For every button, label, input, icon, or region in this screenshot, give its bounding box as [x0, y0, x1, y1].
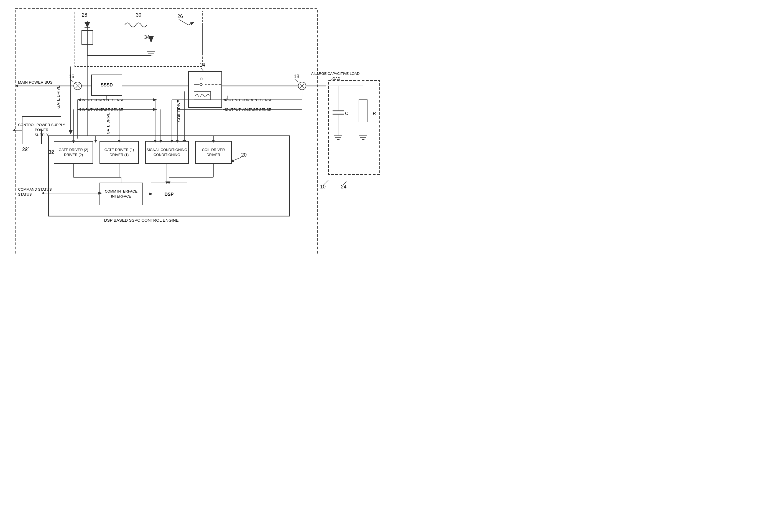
main-power-bus-label: MAIN POWER BUS	[18, 80, 52, 84]
sssd-label: SSSD	[101, 82, 113, 87]
svg-text:LOAD: LOAD	[330, 76, 340, 81]
gate-drive-label-bottom: GATE DRIVE	[106, 112, 110, 134]
svg-text:STATUS: STATUS	[18, 192, 32, 197]
coil-driver-label: COIL DRIVER	[202, 148, 225, 152]
ref-26: 26	[177, 14, 183, 19]
svg-rect-74	[195, 141, 231, 164]
gate-drive-label-top: GATE DRIVE	[56, 85, 60, 108]
comm-interface-label: COMM INTERFACE	[105, 189, 138, 193]
svg-text:DRIVER (2): DRIVER (2)	[64, 153, 83, 157]
svg-rect-72	[146, 141, 188, 164]
res-label: R	[373, 111, 376, 116]
ref-28: 28	[82, 12, 87, 18]
ref-30: 30	[136, 12, 141, 18]
ref-14: 14	[200, 62, 205, 68]
ref-20: 20	[241, 152, 247, 158]
large-cap-load-label: A LARGE CAPACITIVE LOAD	[311, 71, 360, 76]
ref-24: 24	[341, 184, 347, 190]
svg-text:INTERFACE: INTERFACE	[111, 194, 131, 198]
gate-driver-2-label: GATE DRIVER (2)	[59, 148, 88, 152]
svg-rect-68	[54, 141, 93, 164]
ref-22: 22	[22, 147, 28, 152]
dsp-label: DSP	[165, 192, 174, 197]
command-status-label: COMMAND STATUS	[18, 187, 52, 192]
control-power-supply-label: CONTROL POWER SUPPLY	[18, 123, 65, 127]
svg-text:DRIVER: DRIVER	[206, 153, 220, 157]
gate-driver-1-label: GATE DRIVER (1)	[105, 148, 134, 152]
svg-rect-125	[359, 100, 367, 122]
svg-rect-70	[100, 141, 139, 164]
svg-text:DRIVER (1): DRIVER (1)	[110, 153, 129, 157]
svg-rect-76	[100, 183, 143, 205]
signal-conditioning-label: SIGNAL CONDITIONING	[147, 148, 187, 152]
ref-10: 10	[320, 184, 326, 190]
cap-label: C	[345, 111, 348, 116]
dsp-engine-label: DSP BASED SSPC CONTROL ENGINE	[104, 218, 179, 223]
svg-text:CONDITIONING: CONDITIONING	[154, 153, 180, 157]
ref-18: 18	[294, 74, 299, 79]
ref-16: 16	[69, 74, 74, 79]
